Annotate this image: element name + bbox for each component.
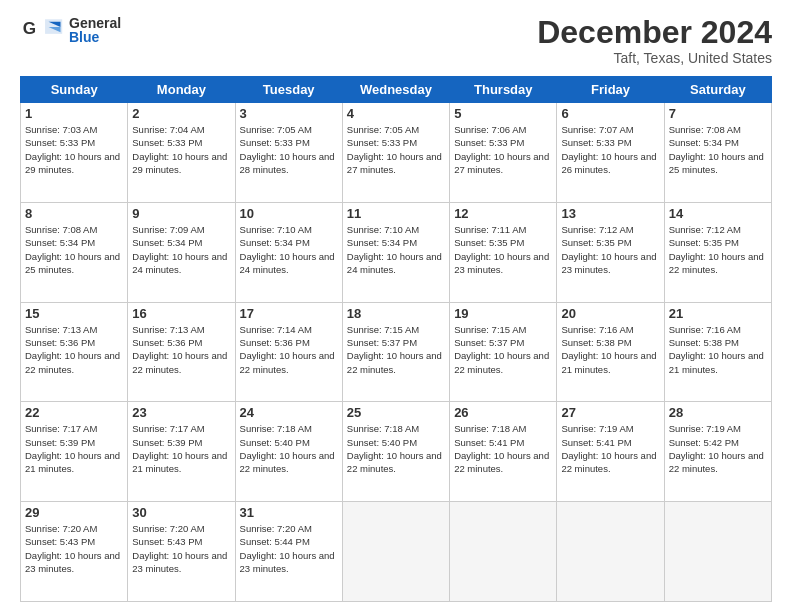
table-row: 17 Sunrise: 7:14 AMSunset: 5:36 PMDaylig… xyxy=(235,302,342,402)
day-number: 10 xyxy=(240,206,338,221)
header-row: Sunday Monday Tuesday Wednesday Thursday… xyxy=(21,77,772,103)
calendar-header: Sunday Monday Tuesday Wednesday Thursday… xyxy=(21,77,772,103)
calendar-body: 1 Sunrise: 7:03 AMSunset: 5:33 PMDayligh… xyxy=(21,103,772,602)
table-row: 16 Sunrise: 7:13 AMSunset: 5:36 PMDaylig… xyxy=(128,302,235,402)
table-row: 9 Sunrise: 7:09 AMSunset: 5:34 PMDayligh… xyxy=(128,202,235,302)
cell-info: Sunrise: 7:19 AMSunset: 5:42 PMDaylight:… xyxy=(669,422,767,475)
table-row: 27 Sunrise: 7:19 AMSunset: 5:41 PMDaylig… xyxy=(557,402,664,502)
logo-text: General Blue xyxy=(69,16,121,44)
table-row: 18 Sunrise: 7:15 AMSunset: 5:37 PMDaylig… xyxy=(342,302,449,402)
cell-info: Sunrise: 7:05 AMSunset: 5:33 PMDaylight:… xyxy=(240,123,338,176)
cell-info: Sunrise: 7:17 AMSunset: 5:39 PMDaylight:… xyxy=(132,422,230,475)
day-number: 27 xyxy=(561,405,659,420)
table-row: 5 Sunrise: 7:06 AMSunset: 5:33 PMDayligh… xyxy=(450,103,557,203)
cell-info: Sunrise: 7:11 AMSunset: 5:35 PMDaylight:… xyxy=(454,223,552,276)
day-number: 7 xyxy=(669,106,767,121)
week-row: 8 Sunrise: 7:08 AMSunset: 5:34 PMDayligh… xyxy=(21,202,772,302)
col-thursday: Thursday xyxy=(450,77,557,103)
day-number: 31 xyxy=(240,505,338,520)
cell-info: Sunrise: 7:05 AMSunset: 5:33 PMDaylight:… xyxy=(347,123,445,176)
table-row xyxy=(664,502,771,602)
table-row: 25 Sunrise: 7:18 AMSunset: 5:40 PMDaylig… xyxy=(342,402,449,502)
cell-info: Sunrise: 7:18 AMSunset: 5:40 PMDaylight:… xyxy=(347,422,445,475)
cell-info: Sunrise: 7:17 AMSunset: 5:39 PMDaylight:… xyxy=(25,422,123,475)
table-row: 31 Sunrise: 7:20 AMSunset: 5:44 PMDaylig… xyxy=(235,502,342,602)
cell-info: Sunrise: 7:20 AMSunset: 5:43 PMDaylight:… xyxy=(25,522,123,575)
cell-info: Sunrise: 7:08 AMSunset: 5:34 PMDaylight:… xyxy=(669,123,767,176)
day-number: 29 xyxy=(25,505,123,520)
day-number: 12 xyxy=(454,206,552,221)
cell-info: Sunrise: 7:19 AMSunset: 5:41 PMDaylight:… xyxy=(561,422,659,475)
col-friday: Friday xyxy=(557,77,664,103)
col-saturday: Saturday xyxy=(664,77,771,103)
week-row: 29 Sunrise: 7:20 AMSunset: 5:43 PMDaylig… xyxy=(21,502,772,602)
day-number: 21 xyxy=(669,306,767,321)
table-row: 7 Sunrise: 7:08 AMSunset: 5:34 PMDayligh… xyxy=(664,103,771,203)
table-row: 30 Sunrise: 7:20 AMSunset: 5:43 PMDaylig… xyxy=(128,502,235,602)
calendar-table: Sunday Monday Tuesday Wednesday Thursday… xyxy=(20,76,772,602)
cell-info: Sunrise: 7:15 AMSunset: 5:37 PMDaylight:… xyxy=(347,323,445,376)
header: G General Blue December 2024 Taft, Texas… xyxy=(20,15,772,66)
day-number: 15 xyxy=(25,306,123,321)
day-number: 26 xyxy=(454,405,552,420)
cell-info: Sunrise: 7:14 AMSunset: 5:36 PMDaylight:… xyxy=(240,323,338,376)
logo-blue: Blue xyxy=(69,30,121,44)
day-number: 16 xyxy=(132,306,230,321)
table-row: 1 Sunrise: 7:03 AMSunset: 5:33 PMDayligh… xyxy=(21,103,128,203)
table-row: 21 Sunrise: 7:16 AMSunset: 5:38 PMDaylig… xyxy=(664,302,771,402)
month-title: December 2024 xyxy=(537,15,772,50)
title-area: December 2024 Taft, Texas, United States xyxy=(537,15,772,66)
day-number: 19 xyxy=(454,306,552,321)
cell-info: Sunrise: 7:18 AMSunset: 5:41 PMDaylight:… xyxy=(454,422,552,475)
table-row: 3 Sunrise: 7:05 AMSunset: 5:33 PMDayligh… xyxy=(235,103,342,203)
day-number: 14 xyxy=(669,206,767,221)
day-number: 8 xyxy=(25,206,123,221)
day-number: 22 xyxy=(25,405,123,420)
table-row: 12 Sunrise: 7:11 AMSunset: 5:35 PMDaylig… xyxy=(450,202,557,302)
cell-info: Sunrise: 7:10 AMSunset: 5:34 PMDaylight:… xyxy=(347,223,445,276)
table-row: 4 Sunrise: 7:05 AMSunset: 5:33 PMDayligh… xyxy=(342,103,449,203)
table-row: 8 Sunrise: 7:08 AMSunset: 5:34 PMDayligh… xyxy=(21,202,128,302)
day-number: 1 xyxy=(25,106,123,121)
table-row: 13 Sunrise: 7:12 AMSunset: 5:35 PMDaylig… xyxy=(557,202,664,302)
table-row: 19 Sunrise: 7:15 AMSunset: 5:37 PMDaylig… xyxy=(450,302,557,402)
table-row: 10 Sunrise: 7:10 AMSunset: 5:34 PMDaylig… xyxy=(235,202,342,302)
table-row xyxy=(450,502,557,602)
col-sunday: Sunday xyxy=(21,77,128,103)
day-number: 23 xyxy=(132,405,230,420)
col-wednesday: Wednesday xyxy=(342,77,449,103)
table-row: 28 Sunrise: 7:19 AMSunset: 5:42 PMDaylig… xyxy=(664,402,771,502)
week-row: 22 Sunrise: 7:17 AMSunset: 5:39 PMDaylig… xyxy=(21,402,772,502)
cell-info: Sunrise: 7:09 AMSunset: 5:34 PMDaylight:… xyxy=(132,223,230,276)
day-number: 9 xyxy=(132,206,230,221)
cell-info: Sunrise: 7:10 AMSunset: 5:34 PMDaylight:… xyxy=(240,223,338,276)
col-monday: Monday xyxy=(128,77,235,103)
day-number: 20 xyxy=(561,306,659,321)
cell-info: Sunrise: 7:20 AMSunset: 5:43 PMDaylight:… xyxy=(132,522,230,575)
table-row: 15 Sunrise: 7:13 AMSunset: 5:36 PMDaylig… xyxy=(21,302,128,402)
cell-info: Sunrise: 7:15 AMSunset: 5:37 PMDaylight:… xyxy=(454,323,552,376)
day-number: 30 xyxy=(132,505,230,520)
day-number: 4 xyxy=(347,106,445,121)
table-row: 23 Sunrise: 7:17 AMSunset: 5:39 PMDaylig… xyxy=(128,402,235,502)
table-row: 26 Sunrise: 7:18 AMSunset: 5:41 PMDaylig… xyxy=(450,402,557,502)
cell-info: Sunrise: 7:12 AMSunset: 5:35 PMDaylight:… xyxy=(561,223,659,276)
logo: G General Blue xyxy=(20,15,121,45)
cell-info: Sunrise: 7:12 AMSunset: 5:35 PMDaylight:… xyxy=(669,223,767,276)
cell-info: Sunrise: 7:16 AMSunset: 5:38 PMDaylight:… xyxy=(561,323,659,376)
svg-text:G: G xyxy=(23,18,36,38)
day-number: 11 xyxy=(347,206,445,221)
cell-info: Sunrise: 7:06 AMSunset: 5:33 PMDaylight:… xyxy=(454,123,552,176)
day-number: 13 xyxy=(561,206,659,221)
week-row: 15 Sunrise: 7:13 AMSunset: 5:36 PMDaylig… xyxy=(21,302,772,402)
day-number: 28 xyxy=(669,405,767,420)
table-row: 24 Sunrise: 7:18 AMSunset: 5:40 PMDaylig… xyxy=(235,402,342,502)
table-row: 22 Sunrise: 7:17 AMSunset: 5:39 PMDaylig… xyxy=(21,402,128,502)
table-row: 2 Sunrise: 7:04 AMSunset: 5:33 PMDayligh… xyxy=(128,103,235,203)
cell-info: Sunrise: 7:03 AMSunset: 5:33 PMDaylight:… xyxy=(25,123,123,176)
cell-info: Sunrise: 7:20 AMSunset: 5:44 PMDaylight:… xyxy=(240,522,338,575)
cell-info: Sunrise: 7:13 AMSunset: 5:36 PMDaylight:… xyxy=(132,323,230,376)
cell-info: Sunrise: 7:04 AMSunset: 5:33 PMDaylight:… xyxy=(132,123,230,176)
page: G General Blue December 2024 Taft, Texas… xyxy=(0,0,792,612)
table-row xyxy=(342,502,449,602)
